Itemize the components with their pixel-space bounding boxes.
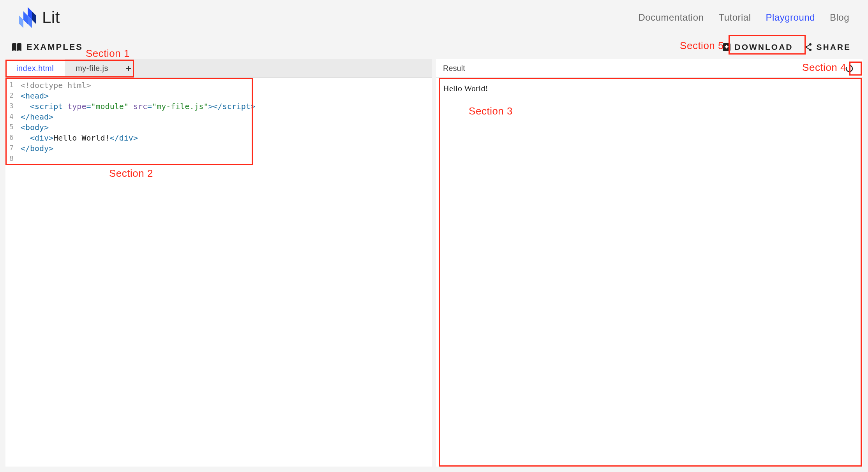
lit-logo-icon <box>19 7 37 28</box>
code-token: > <box>133 133 138 143</box>
svg-marker-2 <box>32 11 36 24</box>
result-body: Hello World! <box>436 78 863 467</box>
code-token: head <box>30 112 49 122</box>
code-line[interactable]: <head> <box>21 91 255 101</box>
playground: index.htmlmy-file.js+ 12345678 <!doctype… <box>0 59 868 472</box>
code-token: src <box>133 102 147 111</box>
code-line[interactable]: <script type="module" src="my-file.js"><… <box>21 101 255 112</box>
nav-link-blog[interactable]: Blog <box>830 12 849 23</box>
code-token: < <box>21 123 25 132</box>
code-token: < <box>21 91 25 100</box>
line-number: 6 <box>9 133 14 143</box>
share-icon <box>804 43 812 51</box>
code-token: = <box>86 102 91 111</box>
reload-icon <box>845 64 854 73</box>
svg-marker-3 <box>19 16 23 28</box>
code-token: </ <box>213 102 222 111</box>
file-tab[interactable]: my-file.js <box>65 59 119 77</box>
line-number: 8 <box>9 154 14 164</box>
brand[interactable]: Lit <box>19 7 60 28</box>
code-token: Hello World! <box>53 133 110 143</box>
examples-label: EXAMPLES <box>26 42 83 52</box>
code-token <box>129 102 133 111</box>
top-nav: Lit DocumentationTutorialPlaygroundBlog <box>0 0 868 35</box>
line-number: 2 <box>9 91 14 101</box>
code-area[interactable]: <!doctype html><head> <script type="modu… <box>17 78 259 467</box>
code-token: < <box>30 102 35 111</box>
result-header: Result <box>436 59 863 78</box>
plus-icon: + <box>125 62 132 75</box>
line-number: 4 <box>9 112 14 122</box>
code-token: "module" <box>91 102 129 111</box>
reload-button[interactable] <box>843 62 856 75</box>
result-output: Hello World! <box>443 83 488 93</box>
code-token: > <box>49 112 53 122</box>
code-token: > <box>44 91 49 100</box>
code-token: "my-file.js" <box>152 102 208 111</box>
playground-toolbar: EXAMPLES DOWNLOAD SHARE <box>0 35 868 59</box>
line-number: 1 <box>9 80 14 91</box>
nav-link-documentation[interactable]: Documentation <box>638 12 704 23</box>
code-token <box>63 102 67 111</box>
code-token: </ <box>110 133 119 143</box>
code-line[interactable]: </body> <box>21 143 255 154</box>
code-token: > <box>49 144 53 153</box>
code-token: div <box>119 133 133 143</box>
code-token: script <box>222 102 251 111</box>
book-icon <box>12 43 22 51</box>
file-tab[interactable]: index.html <box>5 59 65 77</box>
code-token: = <box>147 102 152 111</box>
examples-button[interactable]: EXAMPLES <box>12 42 83 52</box>
code-token: body <box>30 144 49 153</box>
svg-marker-12 <box>849 64 851 67</box>
code-editor[interactable]: 12345678 <!doctype html><head> <script t… <box>5 78 432 467</box>
download-icon <box>722 43 731 51</box>
code-token: div <box>35 133 49 143</box>
line-gutter: 12345678 <box>5 78 17 467</box>
share-button[interactable]: SHARE <box>798 39 856 55</box>
brand-name: Lit <box>42 8 60 27</box>
code-line[interactable]: <div>Hello World!</div> <box>21 133 255 143</box>
nav-link-tutorial[interactable]: Tutorial <box>718 12 751 23</box>
code-line[interactable]: <body> <box>21 122 255 133</box>
code-token: </ <box>21 112 30 122</box>
line-number: 5 <box>9 122 14 133</box>
share-label: SHARE <box>816 42 851 52</box>
svg-line-10 <box>806 45 810 47</box>
file-tabs: index.htmlmy-file.js+ <box>5 59 432 78</box>
nav-links: DocumentationTutorialPlaygroundBlog <box>638 12 849 23</box>
download-button[interactable]: DOWNLOAD <box>717 39 799 55</box>
code-token: > <box>208 102 213 111</box>
result-pane: Result Hello World! <box>436 59 863 467</box>
result-title: Result <box>443 64 465 73</box>
code-line[interactable] <box>21 154 255 164</box>
file-tab-label: my-file.js <box>76 64 108 73</box>
nav-link-playground[interactable]: Playground <box>766 12 815 23</box>
download-label: DOWNLOAD <box>735 42 793 52</box>
code-token: > <box>44 123 49 132</box>
code-token: type <box>67 102 86 111</box>
code-token: > <box>251 102 255 111</box>
add-file-button[interactable]: + <box>119 59 138 77</box>
code-token: </ <box>21 144 30 153</box>
code-token: < <box>30 133 35 143</box>
code-token: <!doctype html> <box>21 81 91 90</box>
code-token: > <box>49 133 53 143</box>
code-token: head <box>25 91 44 100</box>
code-token <box>21 133 30 143</box>
line-number: 3 <box>9 101 14 112</box>
code-line[interactable]: <!doctype html> <box>21 80 255 91</box>
line-number: 7 <box>9 143 14 154</box>
code-line[interactable]: </head> <box>21 112 255 122</box>
editor-pane: index.htmlmy-file.js+ 12345678 <!doctype… <box>5 59 432 467</box>
code-token: body <box>25 123 44 132</box>
svg-marker-1 <box>23 11 28 24</box>
code-token <box>21 102 30 111</box>
code-token: script <box>35 102 63 111</box>
svg-line-11 <box>806 48 810 49</box>
file-tab-label: index.html <box>16 64 54 73</box>
